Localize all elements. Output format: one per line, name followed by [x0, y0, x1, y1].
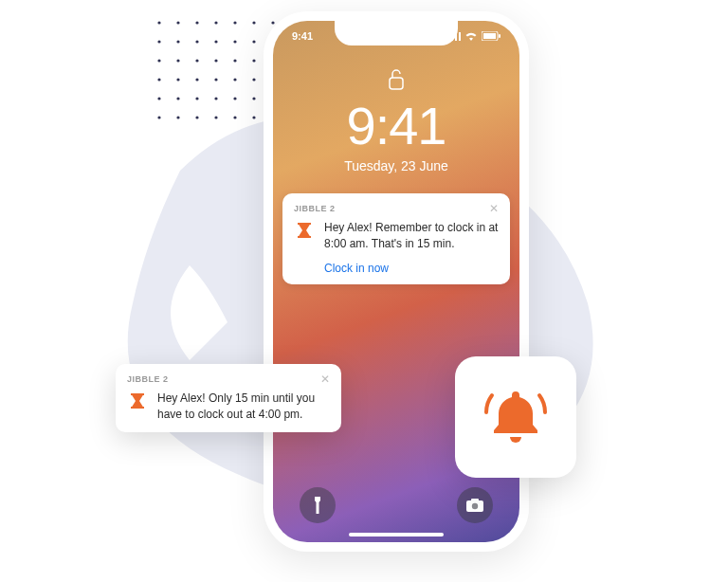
notification-app-name: JIBBLE 2	[127, 374, 169, 384]
svg-point-47	[195, 116, 198, 118]
svg-point-39	[214, 97, 217, 100]
wifi-icon	[464, 31, 478, 41]
svg-point-21	[214, 59, 217, 62]
svg-point-9	[157, 40, 160, 43]
close-icon[interactable]: ✕	[489, 203, 499, 214]
svg-point-63	[472, 503, 478, 509]
svg-point-37	[176, 97, 179, 100]
notification-message: Hey Alex! Only 15 min until you have to …	[157, 391, 330, 423]
svg-point-31	[233, 78, 236, 81]
notification-app-name: JIBBLE 2	[294, 204, 336, 213]
lockscreen-date: Tuesday, 23 June	[273, 158, 519, 173]
lockscreen-clock: 9:41 Tuesday, 23 June	[273, 95, 519, 173]
svg-point-36	[157, 97, 160, 100]
svg-point-41	[252, 97, 255, 100]
svg-point-50	[252, 116, 255, 118]
notification-clock-out[interactable]: JIBBLE 2 ✕ Hey Alex! Only 15 min until y…	[116, 364, 341, 432]
notification-clock-in[interactable]: JIBBLE 2 ✕ Hey Alex! Remember to clock i…	[282, 193, 510, 284]
svg-point-18	[157, 59, 160, 62]
svg-point-1	[176, 21, 179, 24]
svg-point-29	[195, 78, 198, 81]
svg-rect-60	[499, 34, 500, 38]
svg-point-38	[195, 97, 198, 100]
svg-point-20	[195, 59, 198, 62]
lockscreen-time: 9:41	[273, 95, 519, 156]
svg-point-48	[214, 116, 217, 118]
svg-point-46	[176, 116, 179, 118]
bell-ringing-icon	[479, 380, 553, 454]
svg-rect-61	[390, 78, 403, 89]
close-icon[interactable]: ✕	[320, 373, 330, 385]
svg-point-2	[195, 21, 198, 24]
svg-rect-59	[483, 33, 496, 39]
svg-point-12	[214, 40, 217, 43]
clock-in-now-link[interactable]: Clock in now	[324, 262, 499, 275]
flashlight-button[interactable]	[300, 487, 336, 523]
svg-point-22	[233, 59, 236, 62]
svg-point-28	[176, 78, 179, 81]
alert-bell-card	[455, 356, 576, 478]
svg-point-6	[271, 21, 274, 24]
svg-point-40	[233, 97, 236, 100]
notification-message: Hey Alex! Remember to clock in at 8:00 a…	[324, 220, 499, 252]
home-indicator[interactable]	[349, 533, 444, 537]
status-time: 9:41	[292, 30, 313, 42]
svg-point-11	[195, 40, 198, 43]
svg-point-27	[157, 78, 160, 81]
lock-open-icon	[388, 68, 405, 95]
svg-point-45	[157, 116, 160, 118]
svg-point-4	[233, 21, 236, 24]
phone-notch	[335, 21, 458, 45]
jibble-app-icon	[127, 391, 148, 411]
jibble-app-icon	[294, 220, 315, 241]
svg-point-23	[252, 59, 255, 62]
svg-rect-64	[471, 499, 479, 501]
svg-point-10	[176, 40, 179, 43]
svg-point-49	[233, 116, 236, 118]
svg-point-13	[233, 40, 236, 43]
svg-point-32	[252, 78, 255, 81]
svg-point-0	[157, 21, 160, 24]
svg-rect-57	[459, 32, 461, 41]
camera-button[interactable]	[457, 487, 493, 523]
flashlight-icon	[311, 497, 324, 514]
svg-point-3	[214, 21, 217, 24]
svg-point-5	[252, 21, 255, 24]
camera-icon	[466, 499, 483, 512]
svg-point-30	[214, 78, 217, 81]
battery-icon	[482, 31, 500, 41]
svg-point-14	[252, 40, 255, 43]
svg-point-19	[176, 59, 179, 62]
